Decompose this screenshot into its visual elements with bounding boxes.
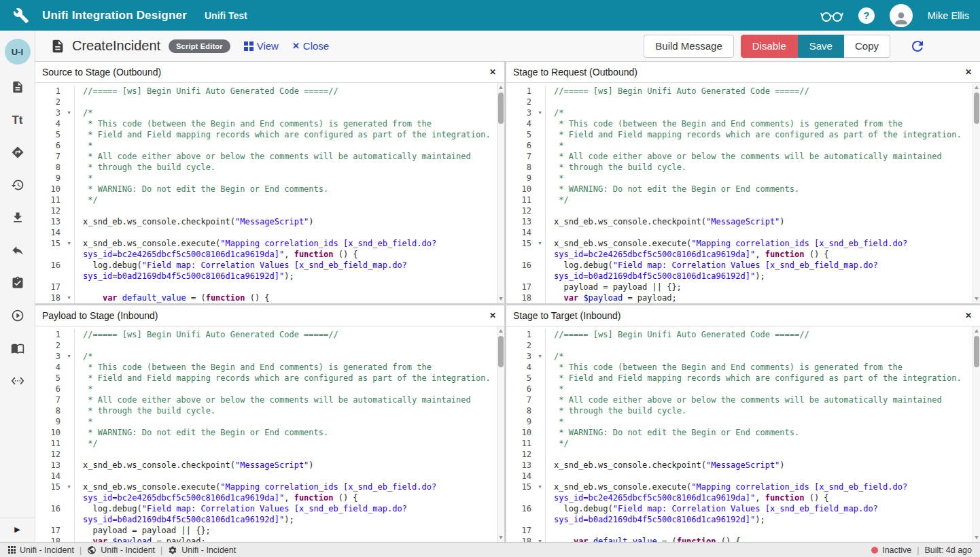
panel-close-icon[interactable]: ✕ <box>488 67 497 77</box>
fold-arrow-icon[interactable]: ▼ <box>64 292 74 303</box>
fold-arrow-icon[interactable]: ▼ <box>535 536 545 542</box>
line-number: 15 <box>506 482 535 503</box>
docs-icon[interactable] <box>9 341 27 356</box>
help-icon[interactable]: ? <box>858 7 875 24</box>
code-text: x_snd_eb.ws_console.checkpoint("MessageS… <box>75 216 504 227</box>
scrollbar-thumb[interactable] <box>498 336 504 367</box>
close-button[interactable]: ✕ Close <box>292 40 329 52</box>
statusbar-app-3[interactable]: Unifi - Incident <box>168 545 236 555</box>
fold-arrow-icon[interactable]: ▼ <box>535 107 545 118</box>
download-icon[interactable] <box>9 210 27 225</box>
directions-icon[interactable] <box>9 145 27 160</box>
code-editor[interactable]: 1//===== [ws] Begin Unifi Auto Generated… <box>506 83 980 303</box>
code-line: 12 <box>35 449 504 460</box>
undo-icon[interactable] <box>9 243 27 258</box>
code-text: * All code either above or below the com… <box>75 394 504 405</box>
code-line: 13x_snd_eb.ws_console.checkpoint("Messag… <box>506 216 980 227</box>
code-text: * This code (between the Begin and End c… <box>75 362 504 373</box>
status-bar: Unifi - Incident | Unifi - Incident | Un… <box>0 542 980 557</box>
code-editor[interactable]: 1//===== [ws] Begin Unifi Auto Generated… <box>35 326 504 542</box>
disable-button[interactable]: Disable <box>741 35 798 58</box>
line-number: 5 <box>35 129 64 140</box>
panel-header: Stage to Target (Inbound) ✕ <box>506 305 980 326</box>
fold-arrow-icon[interactable]: ▼ <box>64 238 74 260</box>
line-number: 15 <box>35 238 64 260</box>
panel-scrollbar[interactable] <box>497 326 504 542</box>
code-line: 13x_snd_eb.ws_console.checkpoint("Messag… <box>35 216 504 227</box>
fold-arrow-icon[interactable]: ▼ <box>64 351 74 362</box>
code-editor[interactable]: 1//===== [ws] Begin Unifi Auto Generated… <box>506 326 980 542</box>
code-line: 5 * Field and Field mapping records whic… <box>35 373 504 384</box>
document-icon[interactable] <box>9 80 27 95</box>
panel-scrollbar[interactable] <box>497 83 504 303</box>
scrollbar-thumb[interactable] <box>974 336 979 367</box>
panel-close-icon[interactable]: ✕ <box>964 311 973 320</box>
code-line: 14 <box>35 471 504 482</box>
line-number: 17 <box>35 282 64 292</box>
code-text: //===== [ws] Begin Unifi Auto Generated … <box>75 86 504 97</box>
user-avatar[interactable] <box>890 4 913 27</box>
code-line: 17 <box>506 525 980 536</box>
build-message-button[interactable]: Build Message <box>644 35 733 58</box>
code-text: var default_value = (function () { <box>546 536 980 542</box>
copy-button[interactable]: Copy <box>844 35 890 58</box>
module-avatar[interactable]: U-I <box>5 39 31 65</box>
view-button[interactable]: View <box>244 40 279 52</box>
fold-gutter <box>535 282 545 292</box>
text-format-icon[interactable]: Tt <box>9 112 27 127</box>
code-icon[interactable] <box>9 373 27 388</box>
line-number: 1 <box>506 86 535 97</box>
module-avatar-label: U-I <box>12 47 23 57</box>
fold-arrow-icon[interactable]: ▼ <box>535 238 545 260</box>
code-line: 2 <box>506 340 980 351</box>
scrollbar-thumb[interactable] <box>498 92 504 124</box>
panel-close-icon[interactable]: ✕ <box>488 311 497 320</box>
code-line: 9 * <box>506 416 980 427</box>
line-number: 16 <box>35 260 64 282</box>
fold-gutter <box>64 427 74 438</box>
line-number: 14 <box>35 471 64 482</box>
code-line: 15▼x_snd_eb.ws_console.execute("Mapping … <box>506 238 980 260</box>
fold-arrow-icon[interactable]: ▼ <box>535 482 545 503</box>
run-icon[interactable] <box>9 308 27 323</box>
code-text: x_snd_eb.ws_console.execute("Mapping cor… <box>75 482 504 503</box>
code-text <box>75 471 504 482</box>
text-format-glyph: Tt <box>12 114 22 126</box>
fold-gutter <box>535 260 545 282</box>
statusbar-app-2[interactable]: Unifi - Incident <box>87 545 155 555</box>
panel-scrollbar[interactable] <box>973 326 980 542</box>
wrench-icon[interactable] <box>12 7 30 24</box>
panel-header: Payload to Stage (Inbound) ✕ <box>35 305 504 326</box>
line-number: 7 <box>35 394 64 405</box>
panel-close-icon[interactable]: ✕ <box>964 67 973 77</box>
fold-arrow-icon[interactable]: ▼ <box>64 482 74 503</box>
code-text <box>75 449 504 460</box>
code-text <box>75 340 504 351</box>
line-number: 2 <box>35 340 64 351</box>
expand-sidebar-button[interactable]: ▶ <box>0 518 35 542</box>
fold-gutter <box>64 195 74 205</box>
code-text: * through the build cycle. <box>75 162 504 173</box>
fold-arrow-icon[interactable]: ▼ <box>535 351 545 362</box>
line-number: 17 <box>35 525 64 536</box>
code-editor[interactable]: 1//===== [ws] Begin Unifi Auto Generated… <box>35 83 504 303</box>
fold-arrow-icon[interactable]: ▼ <box>64 107 74 118</box>
menu-icon[interactable] <box>947 40 964 52</box>
scrollbar-thumb[interactable] <box>974 92 979 124</box>
save-button[interactable]: Save <box>798 35 844 58</box>
refresh-icon[interactable] <box>909 38 926 54</box>
line-number: 13 <box>506 216 535 227</box>
code-line: 13x_snd_eb.ws_console.checkpoint("Messag… <box>506 460 980 471</box>
code-line: 11 */ <box>35 438 504 449</box>
close-label: Close <box>303 40 329 52</box>
history-icon[interactable] <box>9 178 27 192</box>
fold-gutter <box>64 282 74 292</box>
tasks-icon[interactable] <box>9 275 27 290</box>
preview-glasses-icon[interactable] <box>820 9 843 22</box>
code-text <box>546 471 980 482</box>
statusbar-app-1[interactable]: Unifi - Incident <box>8 545 74 555</box>
line-number: 9 <box>35 416 64 427</box>
user-name[interactable]: Mike Ellis <box>928 10 969 21</box>
line-number: 18 <box>35 292 64 303</box>
panel-scrollbar[interactable] <box>973 83 980 303</box>
